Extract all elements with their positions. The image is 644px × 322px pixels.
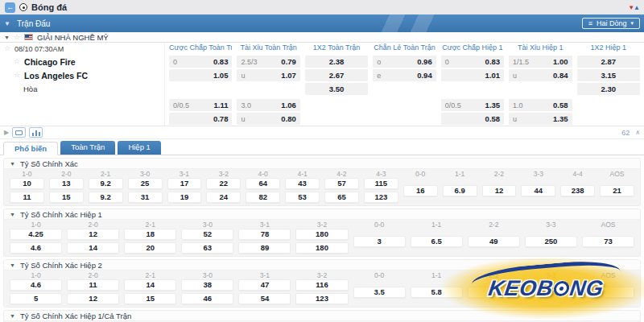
odds-cell[interactable]: 3.5 <box>353 287 406 298</box>
tab-1[interactable]: Toàn Trận <box>60 141 115 155</box>
odds-cell[interactable]: 65 <box>324 192 359 203</box>
odds-cell[interactable]: u1.35 <box>509 113 572 125</box>
odds-cell[interactable]: 3.50 <box>305 83 368 95</box>
odds-cell[interactable]: 2.87 <box>577 56 640 68</box>
odds-cell[interactable]: 14 <box>67 242 119 254</box>
odds-cell[interactable]: 20 <box>124 242 176 254</box>
odds-cell[interactable]: 10 <box>10 178 44 189</box>
odds-cell[interactable]: 116 <box>295 279 348 291</box>
odds-cell[interactable]: 5.8 <box>411 287 463 298</box>
sort-arrows-icon[interactable]: ▼▲ <box>628 4 639 11</box>
favorite-star-icon[interactable]: ☆ <box>14 72 20 79</box>
odds-cell[interactable]: 38 <box>181 279 233 291</box>
odds-cell[interactable]: 0/0.51.35 <box>441 99 504 111</box>
odds-cell[interactable]: 47 <box>238 279 291 291</box>
odds-cell[interactable]: 52 <box>181 229 233 240</box>
odds-cell[interactable]: 00.83 <box>169 56 232 68</box>
odds-cell[interactable]: 5 <box>10 293 62 304</box>
odds-cell[interactable]: 0.78 <box>169 113 232 125</box>
odds-cell[interactable]: 12 <box>67 229 119 240</box>
odds-cell[interactable]: 16 <box>403 185 438 196</box>
odds-cell[interactable]: 6.5 <box>411 236 463 247</box>
odds-cell[interactable]: 180 <box>295 242 348 254</box>
odds-cell[interactable]: 2.30 <box>577 83 640 95</box>
odds-cell[interactable]: 11 <box>10 192 44 203</box>
league-row[interactable]: ▼ ☆ GIẢI NHÀ NGHỀ MỸ <box>0 32 644 43</box>
odds-cell[interactable]: 46 <box>181 293 233 304</box>
section-header[interactable]: ▼Tỷ Số Chính Xác Hiệp 1 <box>4 209 640 220</box>
odds-cell[interactable]: 12 <box>482 185 517 196</box>
away-team-row[interactable]: ☆ Los Angeles FC <box>4 69 164 81</box>
odds-cell[interactable] <box>582 287 634 298</box>
odds-cell[interactable]: 123 <box>364 192 398 203</box>
odds-cell[interactable]: 24 <box>206 192 241 203</box>
odds-cell[interactable]: e0.94 <box>373 69 436 81</box>
odds-cell[interactable]: 2.38 <box>305 56 368 68</box>
odds-cell[interactable]: 29 <box>468 287 520 298</box>
odds-cell[interactable]: o0.96 <box>373 56 436 68</box>
section-header[interactable]: ▼Tỷ Số Chính Xác Hiệp 2 <box>4 260 640 270</box>
odds-cell[interactable]: 18 <box>124 229 176 240</box>
odds-cell[interactable]: 115 <box>364 178 398 189</box>
odds-cell[interactable]: 82 <box>246 192 280 203</box>
favorite-star-icon[interactable]: ☆ <box>14 34 20 41</box>
chevron-down-icon[interactable]: ▼ <box>4 20 17 27</box>
odds-cell[interactable]: 43 <box>285 178 320 189</box>
tab-0[interactable]: Phổ biến <box>3 142 58 155</box>
odds-cell[interactable]: 0/0.51.11 <box>169 99 232 111</box>
odds-cell[interactable]: 31 <box>128 192 163 203</box>
odds-cell[interactable]: 44 <box>521 185 555 196</box>
play-icon[interactable]: ▶ <box>4 129 9 136</box>
stats-button[interactable] <box>29 127 43 138</box>
odds-cell[interactable]: 9.2 <box>89 178 123 189</box>
odds-cell[interactable]: 19 <box>167 192 202 203</box>
odds-cell[interactable]: 11 <box>67 279 119 291</box>
odds-cell[interactable]: 123 <box>295 293 348 304</box>
odds-cell[interactable]: 6.9 <box>443 185 477 196</box>
back-button[interactable]: ← <box>5 2 15 13</box>
odds-cell[interactable]: 2.67 <box>305 69 368 81</box>
odds-cell[interactable]: 64 <box>246 178 280 189</box>
odds-cell[interactable]: 1.05 <box>169 69 232 81</box>
collapse-chevron-icon[interactable]: ∧ <box>635 129 640 136</box>
display-mode-button[interactable]: ≡ Hai Dòng ▾ <box>582 18 640 29</box>
odds-cell[interactable]: 1.01 <box>441 69 504 81</box>
odds-cell[interactable]: 2.5/30.79 <box>237 56 299 68</box>
odds-cell[interactable]: 250 <box>525 236 577 247</box>
odds-cell[interactable]: u0.84 <box>509 69 572 81</box>
odds-cell[interactable]: 00.83 <box>441 56 504 68</box>
odds-cell[interactable]: 4.25 <box>10 229 62 240</box>
odds-cell[interactable]: 3 <box>353 236 406 247</box>
odds-cell[interactable]: 15 <box>49 192 84 203</box>
odds-cell[interactable]: 13 <box>49 178 84 189</box>
odds-cell[interactable]: 3.01.06 <box>237 99 299 111</box>
odds-cell[interactable]: 73 <box>582 236 634 247</box>
odds-cell[interactable]: 25 <box>128 178 163 189</box>
odds-cell[interactable]: 0.58 <box>441 113 504 125</box>
section-header[interactable]: ▼Tỷ Số Chính Xác Hiệp 1/Cả Trận <box>4 311 640 321</box>
odds-cell[interactable]: 49 <box>468 236 520 247</box>
home-team-row[interactable]: ☆ Chicago Fire <box>4 56 164 68</box>
odds-cell[interactable]: 3.15 <box>577 69 640 81</box>
monitor-view-button[interactable] <box>12 127 26 138</box>
odds-cell[interactable]: 1.00.58 <box>509 99 572 111</box>
odds-cell[interactable]: 14 <box>124 279 176 291</box>
odds-cell[interactable]: 1/1.51.00 <box>509 56 572 68</box>
odds-cell[interactable]: 180 <box>295 229 348 240</box>
odds-cell[interactable]: 9.2 <box>89 192 123 203</box>
odds-cell[interactable]: 238 <box>560 185 595 196</box>
odds-cell[interactable]: 12 <box>67 293 119 304</box>
odds-cell[interactable]: 78 <box>238 229 291 240</box>
odds-cell[interactable]: 57 <box>324 178 359 189</box>
odds-cell[interactable]: 17 <box>167 178 202 189</box>
odds-cell[interactable]: 4.6 <box>10 279 62 291</box>
tab-2[interactable]: Hiệp 1 <box>118 141 160 155</box>
odds-cell[interactable]: 22 <box>206 178 241 189</box>
odds-cell[interactable]: 21 <box>600 185 634 196</box>
odds-cell[interactable] <box>525 287 577 298</box>
odds-cell[interactable]: 89 <box>238 242 291 254</box>
odds-cell[interactable]: u0.80 <box>237 113 299 125</box>
favorite-star-icon[interactable]: ☆ <box>4 45 10 52</box>
odds-cell[interactable]: 4.6 <box>10 242 62 254</box>
odds-cell[interactable]: 53 <box>285 192 320 203</box>
